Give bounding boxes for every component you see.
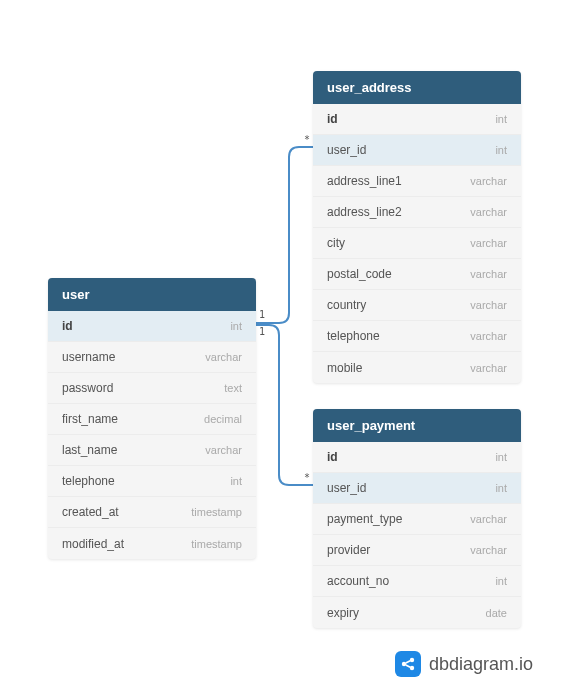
table-row: city varchar: [313, 228, 521, 259]
table-row: telephone int: [48, 466, 256, 497]
table-row: address_line2 varchar: [313, 197, 521, 228]
table-header-user-address: user_address: [313, 71, 521, 104]
field-name: id: [327, 450, 338, 464]
field-name: mobile: [327, 361, 362, 375]
table-row: password text: [48, 373, 256, 404]
field-name: id: [327, 112, 338, 126]
cardinality-many-bottom: *: [304, 472, 310, 483]
table-row: user_id int: [313, 135, 521, 166]
field-name: address_line2: [327, 205, 402, 219]
watermark: dbdiagram.io: [395, 651, 533, 677]
field-type: varchar: [470, 513, 507, 525]
table-row: username varchar: [48, 342, 256, 373]
table-row: address_line1 varchar: [313, 166, 521, 197]
field-name: username: [62, 350, 115, 364]
field-name: telephone: [327, 329, 380, 343]
field-type: int: [230, 320, 242, 332]
share-icon: [395, 651, 421, 677]
table-row: account_no int: [313, 566, 521, 597]
table-header-user: user: [48, 278, 256, 311]
field-type: varchar: [470, 175, 507, 187]
table-row: modified_at timestamp: [48, 528, 256, 559]
field-name: provider: [327, 543, 370, 557]
table-user-payment: user_payment id int user_id int payment_…: [313, 409, 521, 628]
field-type: varchar: [205, 444, 242, 456]
rel-user-to-payment: [256, 325, 313, 485]
table-row: mobile varchar: [313, 352, 521, 383]
cardinality-one-bottom: 1: [259, 326, 265, 337]
field-name: address_line1: [327, 174, 402, 188]
field-type: timestamp: [191, 506, 242, 518]
table-row: country varchar: [313, 290, 521, 321]
field-name: telephone: [62, 474, 115, 488]
field-type: varchar: [470, 268, 507, 280]
field-type: timestamp: [191, 538, 242, 550]
field-type: int: [495, 451, 507, 463]
table-row: created_at timestamp: [48, 497, 256, 528]
table-row: provider varchar: [313, 535, 521, 566]
rel-user-to-address: [256, 147, 313, 323]
field-type: varchar: [470, 299, 507, 311]
table-row: id int: [313, 442, 521, 473]
field-name: expiry: [327, 606, 359, 620]
field-type: decimal: [204, 413, 242, 425]
table-row: user_id int: [313, 473, 521, 504]
field-name: modified_at: [62, 537, 124, 551]
table-row: telephone varchar: [313, 321, 521, 352]
svg-line-3: [406, 661, 410, 663]
field-name: city: [327, 236, 345, 250]
field-type: varchar: [470, 237, 507, 249]
table-row: postal_code varchar: [313, 259, 521, 290]
table-header-user-payment: user_payment: [313, 409, 521, 442]
field-name: country: [327, 298, 366, 312]
field-name: last_name: [62, 443, 117, 457]
field-type: text: [224, 382, 242, 394]
field-name: user_id: [327, 143, 366, 157]
field-type: int: [495, 144, 507, 156]
table-row: last_name varchar: [48, 435, 256, 466]
field-name: postal_code: [327, 267, 392, 281]
field-name: created_at: [62, 505, 119, 519]
table-user-address: user_address id int user_id int address_…: [313, 71, 521, 383]
field-type: int: [495, 113, 507, 125]
field-type: varchar: [205, 351, 242, 363]
field-type: varchar: [470, 330, 507, 342]
cardinality-one-top: 1: [259, 309, 265, 320]
field-name: user_id: [327, 481, 366, 495]
field-type: int: [495, 575, 507, 587]
field-type: varchar: [470, 362, 507, 374]
field-type: date: [486, 607, 507, 619]
field-name: account_no: [327, 574, 389, 588]
field-name: payment_type: [327, 512, 402, 526]
svg-line-4: [406, 665, 410, 667]
table-row: id int: [48, 311, 256, 342]
field-type: varchar: [470, 206, 507, 218]
table-row: id int: [313, 104, 521, 135]
table-user: user id int username varchar password te…: [48, 278, 256, 559]
field-name: password: [62, 381, 113, 395]
field-type: int: [230, 475, 242, 487]
field-type: varchar: [470, 544, 507, 556]
table-row: expiry date: [313, 597, 521, 628]
field-type: int: [495, 482, 507, 494]
cardinality-many-top: *: [304, 134, 310, 145]
field-name: first_name: [62, 412, 118, 426]
table-row: payment_type varchar: [313, 504, 521, 535]
watermark-text: dbdiagram.io: [429, 654, 533, 675]
field-name: id: [62, 319, 73, 333]
table-row: first_name decimal: [48, 404, 256, 435]
